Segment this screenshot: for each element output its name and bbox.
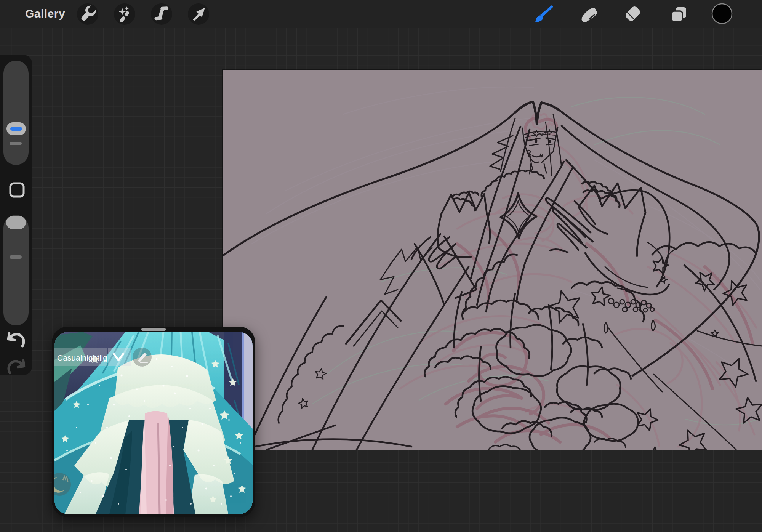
svg-text:Casualnightlig: Casualnightlig [57,353,107,362]
